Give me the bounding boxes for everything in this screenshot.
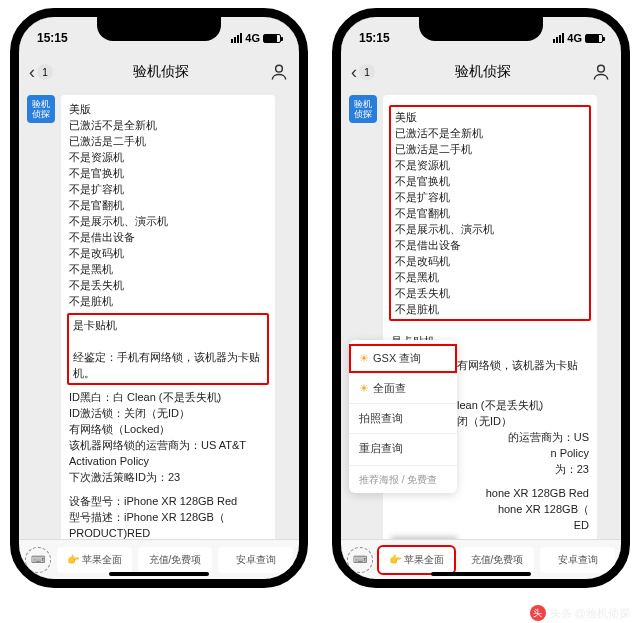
info-line: 美版: [69, 101, 267, 117]
home-indicator[interactable]: [431, 572, 531, 576]
info-line: 是卡贴机: [73, 317, 263, 333]
tab-recharge[interactable]: 充值/免费项: [460, 547, 535, 573]
info-line: 经鉴定：手机有网络锁，该机器为卡贴机。: [73, 349, 263, 381]
menu-popup: ☀GSX 查询 ☀全面查 拍照查询 重启查询 推荐海报 / 免费查: [349, 340, 457, 493]
chevron-left-icon: ‹: [29, 62, 35, 83]
info-line: 不是脏机: [395, 301, 585, 317]
info-line: 美版: [395, 109, 585, 125]
status-time: 15:15: [37, 31, 68, 45]
info-line: 该机器网络锁的运营商为：US AT&T Activation Policy: [69, 437, 267, 469]
chat-body: 验机 侦探 美版已激活不是全新机已激活是二手机不是资源机不是官换机不是扩容机不是…: [19, 91, 299, 539]
popup-photo[interactable]: 拍照查询: [349, 403, 457, 433]
popup-gsx[interactable]: ☀GSX 查询: [349, 344, 457, 373]
info-line: 不是官换机: [69, 165, 267, 181]
device-model: 设备型号：iPhone XR 128GB Red: [69, 493, 267, 509]
back-button[interactable]: ‹ 1: [351, 62, 375, 83]
network-label: 4G: [245, 32, 260, 44]
device-desc2: PRODUCT)RED: [69, 525, 267, 539]
home-indicator[interactable]: [109, 572, 209, 576]
contact-icon[interactable]: [591, 62, 611, 82]
info-line: 不是扩容机: [395, 189, 585, 205]
chat-title: 验机侦探: [455, 63, 511, 81]
info-line: 不是黑机: [395, 269, 585, 285]
info-line: 不是改码机: [69, 245, 267, 261]
nav-bar: ‹ 1 验机侦探: [341, 53, 621, 91]
chat-title: 验机侦探: [133, 63, 189, 81]
info-line: 不是黑机: [69, 261, 267, 277]
info-line: 不是丢失机: [69, 277, 267, 293]
info-line: 下次激活策略ID为：23: [69, 469, 267, 485]
chevron-left-icon: ‹: [351, 62, 357, 83]
keyboard-icon[interactable]: ⌨: [347, 547, 373, 573]
signal-icon: [231, 33, 242, 43]
notch: [97, 17, 221, 41]
info-line: 已激活不是全新机: [69, 117, 267, 133]
watermark-text: 头条 @验机侦探: [550, 606, 630, 621]
phone-left: 15:15 4G ‹ 1 验机侦探 验机 侦探 美版已激活不是全新机已激活是二手…: [10, 8, 308, 588]
info-line: 不是脏机: [69, 293, 267, 309]
info-line: 已激活是二手机: [395, 141, 585, 157]
back-button[interactable]: ‹ 1: [29, 62, 53, 83]
info-line: ID黑白：白 Clean (不是丢失机): [69, 389, 267, 405]
info-line: 不是扩容机: [69, 181, 267, 197]
info-line: [73, 333, 263, 349]
keyboard-icon[interactable]: ⌨: [25, 547, 51, 573]
info-line: 不是资源机: [69, 149, 267, 165]
tab-android[interactable]: 安卓查询: [540, 547, 615, 573]
back-count: 1: [359, 64, 375, 80]
info-line: 已激活不是全新机: [395, 125, 585, 141]
popup-full[interactable]: ☀全面查: [349, 373, 457, 403]
svg-point-1: [598, 65, 605, 72]
contact-icon[interactable]: [269, 62, 289, 82]
info-line: 不是丢失机: [395, 285, 585, 301]
tab-apple[interactable]: 👉苹果全面: [57, 547, 132, 573]
bot-avatar[interactable]: 验机 侦探: [349, 95, 377, 123]
info-line: 已激活是二手机: [69, 133, 267, 149]
info-line: 不是借出设备: [69, 229, 267, 245]
battery-icon: [263, 34, 281, 43]
back-count: 1: [37, 64, 53, 80]
info-line: 不是官翻机: [69, 197, 267, 213]
popup-restart[interactable]: 重启查询: [349, 433, 457, 463]
message-bubble: 美版已激活不是全新机已激活是二手机不是资源机不是官换机不是扩容机不是官翻机不是展…: [61, 95, 275, 539]
svg-point-0: [276, 65, 283, 72]
chat-body: 验机 侦探 美版已激活不是全新机已激活是二手机不是资源机不是官换机不是扩容机不是…: [341, 91, 621, 539]
tab-android[interactable]: 安卓查询: [218, 547, 293, 573]
signal-icon: [553, 33, 564, 43]
status-time: 15:15: [359, 31, 390, 45]
bot-avatar[interactable]: 验机 侦探: [27, 95, 55, 123]
highlight-toplist: 美版已激活不是全新机已激活是二手机不是资源机不是官换机不是扩容机不是官翻机不是展…: [389, 105, 591, 321]
watermark-icon: 头: [530, 605, 546, 621]
watermark: 头 头条 @验机侦探: [530, 605, 630, 621]
network-label: 4G: [567, 32, 582, 44]
info-line: 有网络锁（Locked）: [69, 421, 267, 437]
phone-right: 15:15 4G ‹ 1 验机侦探 验机 侦探 美版已激活不是全新: [332, 8, 630, 588]
tab-recharge[interactable]: 充值/免费项: [138, 547, 213, 573]
tab-apple[interactable]: 👉苹果全面: [379, 547, 454, 573]
detail-line: ED: [391, 517, 589, 533]
info-line: 不是资源机: [395, 157, 585, 173]
info-line: ID激活锁：关闭（无ID）: [69, 405, 267, 421]
info-line: 不是改码机: [395, 253, 585, 269]
info-line: 不是官换机: [395, 173, 585, 189]
battery-icon: [585, 34, 603, 43]
notch: [419, 17, 543, 41]
popup-footer[interactable]: 推荐海报 / 免费查: [349, 468, 457, 489]
device-desc: 型号描述：iPhone XR 128GB（: [69, 509, 267, 525]
info-line: 不是展示机、演示机: [69, 213, 267, 229]
info-line: 不是官翻机: [395, 205, 585, 221]
info-line: 不是借出设备: [395, 237, 585, 253]
info-line: 不是展示机、演示机: [395, 221, 585, 237]
nav-bar: ‹ 1 验机侦探: [19, 53, 299, 91]
highlight-verdict: 是卡贴机 经鉴定：手机有网络锁，该机器为卡贴机。: [67, 313, 269, 385]
detail-line: hone XR 128GB（: [391, 501, 589, 517]
